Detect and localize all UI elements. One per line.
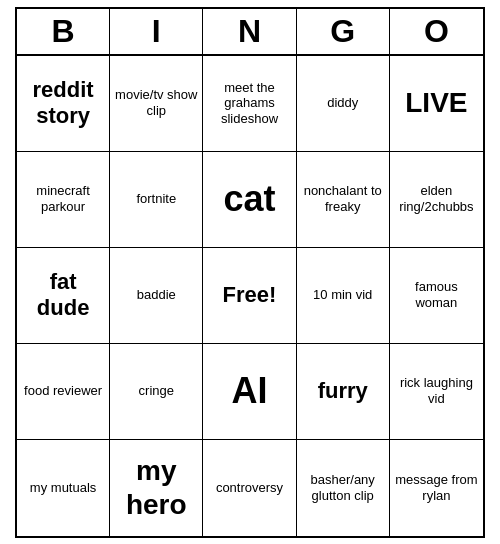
bingo-card: BINGO reddit storymovie/tv show clipmeet… <box>15 7 485 538</box>
bingo-cell: reddit story <box>17 56 110 152</box>
bingo-cell: AI <box>203 344 296 440</box>
bingo-cell: food reviewer <box>17 344 110 440</box>
bingo-cell: nonchalant to freaky <box>297 152 390 248</box>
bingo-cell: basher/any glutton clip <box>297 440 390 536</box>
header-letter: B <box>17 9 110 54</box>
bingo-cell: furry <box>297 344 390 440</box>
bingo-cell: LIVE <box>390 56 483 152</box>
header-letter: I <box>110 9 203 54</box>
bingo-cell: cringe <box>110 344 203 440</box>
bingo-cell: rick laughing vid <box>390 344 483 440</box>
bingo-header: BINGO <box>17 9 483 56</box>
bingo-cell: cat <box>203 152 296 248</box>
bingo-cell: my hero <box>110 440 203 536</box>
bingo-cell: movie/tv show clip <box>110 56 203 152</box>
bingo-cell: Free! <box>203 248 296 344</box>
bingo-cell: message from rylan <box>390 440 483 536</box>
header-letter: O <box>390 9 483 54</box>
bingo-cell: meet the grahams slideshow <box>203 56 296 152</box>
bingo-cell: elden ring/2chubbs <box>390 152 483 248</box>
bingo-cell: 10 min vid <box>297 248 390 344</box>
bingo-cell: diddy <box>297 56 390 152</box>
bingo-cell: famous woman <box>390 248 483 344</box>
bingo-cell: my mutuals <box>17 440 110 536</box>
header-letter: N <box>203 9 296 54</box>
bingo-cell: minecraft parkour <box>17 152 110 248</box>
bingo-grid: reddit storymovie/tv show clipmeet the g… <box>17 56 483 536</box>
bingo-cell: controversy <box>203 440 296 536</box>
header-letter: G <box>297 9 390 54</box>
bingo-cell: baddie <box>110 248 203 344</box>
bingo-cell: fat dude <box>17 248 110 344</box>
bingo-cell: fortnite <box>110 152 203 248</box>
